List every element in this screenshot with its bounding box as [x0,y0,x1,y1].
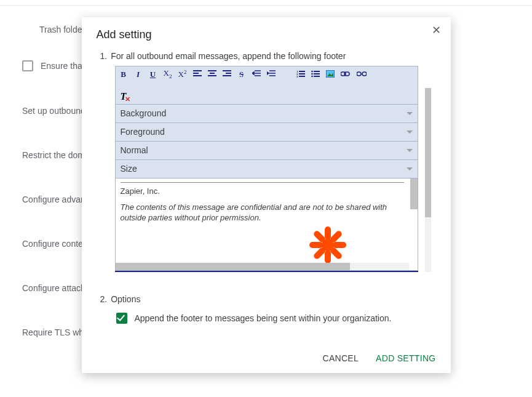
content-vertical-scrollbar[interactable] [410,178,418,209]
chevron-down-icon [407,130,413,134]
font-style-select[interactable]: Normal [115,142,418,160]
chevron-down-icon [407,149,413,152]
dialog-actions: CANCEL ADD SETTING [97,353,436,363]
unordered-list-icon[interactable] [311,70,320,78]
append-within-org-checkbox[interactable] [116,313,127,324]
superscript-icon[interactable]: X2 [178,70,187,78]
editor-toolbar: B I U X2 X2 S 123 T✕ [115,66,418,105]
company-name: Zapier, Inc. [121,186,404,196]
editor-content[interactable]: Zapier, Inc. The contents of this messag… [115,178,418,271]
image-icon[interactable] [326,70,335,78]
svg-rect-11 [362,72,367,76]
link-icon[interactable] [341,71,351,77]
cancel-button[interactable]: CANCEL [322,353,359,363]
clear-format-icon[interactable]: T✕ [119,92,128,102]
add-setting-button[interactable]: ADD SETTING [376,353,435,363]
svg-point-4 [311,73,313,75]
step-number: 1. [100,51,108,61]
zapier-logo-icon [308,225,347,263]
strikethrough-icon[interactable]: S [237,70,246,78]
svg-rect-13 [325,250,331,263]
editor-outer-scrollbar[interactable] [425,66,431,272]
step-2: 2. Options [100,294,436,304]
font-size-select[interactable]: Size [115,160,418,178]
modal-overlay: ✕ Add setting 1. For all outbound email … [0,0,532,397]
bold-icon[interactable]: B [119,70,128,78]
dropdown-label: Size [121,164,137,174]
italic-icon[interactable]: I [134,70,143,78]
rich-text-editor: B I U X2 X2 S 123 T✕ [115,66,435,272]
editor-focus-line [115,271,418,272]
svg-rect-15 [333,242,346,248]
subscript-icon[interactable]: X2 [164,69,172,79]
dropdown-label: Background [121,108,167,118]
align-right-icon[interactable] [223,70,231,78]
step-text: Options [111,294,140,304]
unlink-icon[interactable] [357,71,367,77]
checkbox-label: Append the footer to messages being sent… [135,313,392,323]
chevron-down-icon [407,112,413,115]
svg-point-5 [311,76,313,78]
background-color-select[interactable]: Background [115,105,418,123]
close-icon[interactable]: ✕ [432,25,441,36]
dropdown-label: Foreground [121,127,165,137]
add-setting-dialog: ✕ Add setting 1. For all outbound email … [82,17,451,373]
dialog-title: Add setting [97,28,436,41]
indent-decrease-icon[interactable] [267,70,276,78]
step-text: For all outbound email messages, append … [111,51,346,61]
divider [121,182,404,183]
dropdown-label: Normal [121,145,148,155]
indent-increase-icon[interactable] [252,70,261,78]
svg-rect-10 [357,72,361,76]
svg-rect-12 [325,227,331,240]
svg-rect-14 [309,242,323,248]
chevron-down-icon [407,167,413,170]
align-left-icon[interactable] [193,70,202,78]
step-number: 2. [100,294,108,304]
svg-point-3 [311,71,313,73]
ordered-list-icon[interactable]: 123 [296,70,305,78]
confidential-notice: The contents of this message are confide… [121,202,404,223]
underline-icon[interactable]: U [149,70,157,78]
content-horizontal-scrollbar[interactable] [116,263,409,270]
step-1: 1. For all outbound email messages, appe… [100,51,436,61]
align-center-icon[interactable] [208,70,216,78]
svg-text:3: 3 [296,75,298,78]
foreground-color-select[interactable]: Foreground [115,123,418,142]
svg-point-20 [322,239,334,251]
